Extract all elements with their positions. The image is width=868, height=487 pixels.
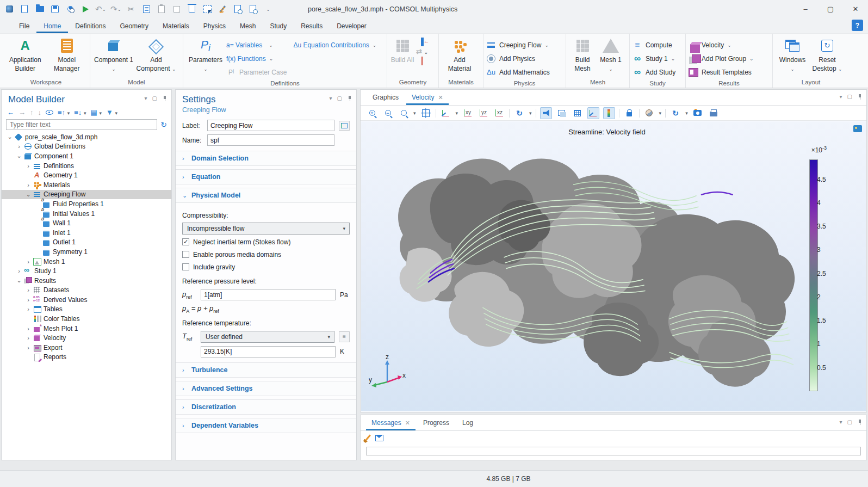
tree-item-symmetry-1[interactable]: Symmetry 1 bbox=[2, 247, 171, 257]
tree-item-derived-values[interactable]: ›Derived Values bbox=[2, 295, 171, 305]
checkbox-porous-media[interactable]: Enable porous media domains bbox=[176, 248, 356, 261]
snapshot-button[interactable] bbox=[692, 107, 704, 119]
zoom-extents-button[interactable] bbox=[420, 107, 432, 119]
move-up-button[interactable]: ↑ bbox=[30, 108, 34, 116]
section-dependent-variables[interactable]: ›Dependent Variables bbox=[176, 418, 356, 433]
panel-menu-icon[interactable]: ▾ bbox=[840, 94, 842, 100]
tab-developer[interactable]: Developer bbox=[330, 20, 374, 33]
tab-mesh[interactable]: Mesh bbox=[233, 20, 263, 33]
copy-button[interactable] bbox=[141, 4, 151, 14]
forward-button[interactable]: → bbox=[18, 108, 26, 116]
tree-item-fluid-properties-1[interactable]: DFluid Properties 1 bbox=[2, 199, 171, 209]
move-down-button[interactable]: ↓ bbox=[38, 108, 42, 116]
label-input[interactable] bbox=[207, 120, 334, 131]
tree-item-mesh-plot-1[interactable]: ›Mesh Plot 1 bbox=[2, 324, 171, 334]
help-button[interactable]: ? bbox=[852, 20, 863, 31]
new-file-button[interactable] bbox=[20, 4, 29, 14]
section-equation[interactable]: ›Equation bbox=[176, 169, 356, 184]
windows-button[interactable]: Windows⌄ bbox=[776, 36, 809, 78]
clear-messages-icon[interactable] bbox=[365, 435, 371, 441]
compute-button[interactable]: =Compute bbox=[633, 38, 683, 52]
tab-progress[interactable]: Progress bbox=[418, 416, 455, 430]
tab-materials[interactable]: Materials bbox=[156, 20, 196, 33]
go-to-source-icon[interactable]: ≡ bbox=[339, 331, 350, 342]
tree-item-velocity[interactable]: ›Velocity bbox=[2, 333, 171, 343]
tree-filter-input[interactable] bbox=[6, 119, 157, 130]
chevron-icon[interactable]: ⌄ bbox=[16, 152, 22, 159]
show-hide-icon[interactable] bbox=[46, 110, 53, 115]
reset-desktop-button[interactable]: ↻ Reset Desktop ⌄ bbox=[810, 36, 844, 78]
study-1-dropdown[interactable]: ∞Study 1⌄ bbox=[633, 52, 683, 65]
open-file-button[interactable] bbox=[35, 4, 45, 14]
tree-item-wall-1[interactable]: DWall 1 bbox=[2, 218, 171, 228]
close-button[interactable]: ✕ bbox=[843, 0, 868, 18]
find-button[interactable] bbox=[233, 4, 243, 14]
chevron-icon[interactable]: › bbox=[16, 143, 22, 150]
tab-velocity[interactable]: Velocity✕ bbox=[406, 91, 449, 105]
transparency-toggle[interactable] bbox=[556, 107, 568, 119]
add-mathematics-button[interactable]: ΔuAdd Mathematics bbox=[486, 65, 563, 79]
checkbox-icon[interactable] bbox=[182, 251, 189, 258]
chevron-icon[interactable]: › bbox=[26, 344, 31, 351]
tree-item-creeping-flow[interactable]: ⌄Creeping Flow bbox=[2, 190, 171, 200]
cut-button[interactable]: ✂ bbox=[126, 4, 136, 14]
float-panel-icon[interactable]: ▢ bbox=[847, 94, 852, 100]
chevron-icon[interactable]: ⌄ bbox=[16, 277, 22, 284]
insert-sequence-icon[interactable] bbox=[421, 38, 424, 46]
filter-icon[interactable]: ▼ ▾ bbox=[106, 108, 117, 116]
minimize-button[interactable]: – bbox=[793, 0, 818, 18]
tree-item-tables[interactable]: ›Tables bbox=[2, 305, 171, 315]
environment-reflections-button[interactable] bbox=[643, 107, 655, 119]
chevron-icon[interactable]: › bbox=[26, 182, 31, 188]
run-application-button[interactable] bbox=[80, 4, 90, 14]
zoom-in-button[interactable]: + bbox=[366, 107, 378, 119]
section-advanced-settings[interactable]: ›Advanced Settings bbox=[176, 381, 356, 396]
application-builder-button[interactable]: A Application Builder bbox=[5, 36, 46, 78]
pin-icon[interactable] bbox=[857, 94, 862, 99]
color-legend-toggle[interactable] bbox=[603, 107, 615, 119]
tab-graphics[interactable]: Graphics bbox=[367, 91, 404, 105]
tree-item-component-1[interactable]: ⌄Component 1 bbox=[2, 151, 171, 161]
tree-item-study-1[interactable]: ›Study 1 bbox=[2, 266, 171, 276]
model-manager-button[interactable]: Model Manager bbox=[47, 36, 88, 78]
rename-icon[interactable] bbox=[339, 121, 350, 131]
chevron-icon[interactable]: › bbox=[26, 163, 31, 169]
tree-item-reports[interactable]: Reports bbox=[2, 353, 171, 362]
chevron-icon[interactable]: ⌄ bbox=[7, 133, 13, 140]
parameter-case-button[interactable]: PiParameter Case bbox=[226, 65, 287, 79]
copy-messages-icon[interactable] bbox=[375, 435, 383, 441]
physics-interface-dropdown[interactable]: Creeping Flow⌄ bbox=[486, 38, 563, 52]
tree-item-geometry-1[interactable]: Geometry 1 bbox=[2, 170, 171, 180]
axis-orientation-toggle[interactable] bbox=[587, 107, 599, 119]
graphics-canvas[interactable]: Streamline: Velocity field bbox=[361, 121, 866, 411]
view-xz-button[interactable]: xz bbox=[493, 107, 505, 119]
tab-definitions[interactable]: Definitions bbox=[68, 20, 113, 33]
chevron-icon[interactable]: › bbox=[26, 335, 31, 341]
undo-button[interactable]: ↶⌄ bbox=[96, 4, 106, 14]
delete-button[interactable] bbox=[187, 4, 197, 14]
tab-study[interactable]: Study bbox=[263, 20, 294, 33]
search-results-button[interactable] bbox=[248, 4, 258, 14]
refresh-icon[interactable]: ↻ bbox=[160, 120, 167, 129]
image-snapshot-icon[interactable] bbox=[853, 125, 862, 132]
add-study-button[interactable]: ∞Add Study bbox=[633, 65, 683, 79]
name-input[interactable] bbox=[207, 134, 334, 146]
tree-item-export[interactable]: ›Export bbox=[2, 343, 171, 353]
clear-selection-button[interactable] bbox=[218, 4, 227, 14]
component-1-button[interactable]: Component 1 ⌄ bbox=[93, 36, 134, 78]
tree-item-global-definitions[interactable]: ›Global Definitions bbox=[2, 142, 171, 152]
pin-icon[interactable] bbox=[162, 96, 167, 101]
chevron-icon[interactable]: › bbox=[26, 297, 31, 303]
tree-item-results[interactable]: ⌄Results bbox=[2, 276, 171, 286]
tab-results[interactable]: Results bbox=[294, 20, 330, 33]
maximize-button[interactable]: ▢ bbox=[818, 0, 843, 18]
save-to-model-manager-button[interactable] bbox=[65, 4, 75, 14]
chevron-icon[interactable]: ⌄ bbox=[26, 191, 31, 198]
pin-icon[interactable] bbox=[347, 96, 352, 101]
select-box-button[interactable] bbox=[202, 4, 212, 14]
chevron-icon[interactable]: › bbox=[26, 306, 31, 312]
chevron-icon[interactable]: › bbox=[16, 268, 22, 274]
collapse-all-button[interactable]: ≡↑ ▾ bbox=[58, 108, 70, 116]
checkbox-icon[interactable] bbox=[182, 263, 189, 270]
float-panel-icon[interactable]: ▢ bbox=[337, 95, 342, 101]
